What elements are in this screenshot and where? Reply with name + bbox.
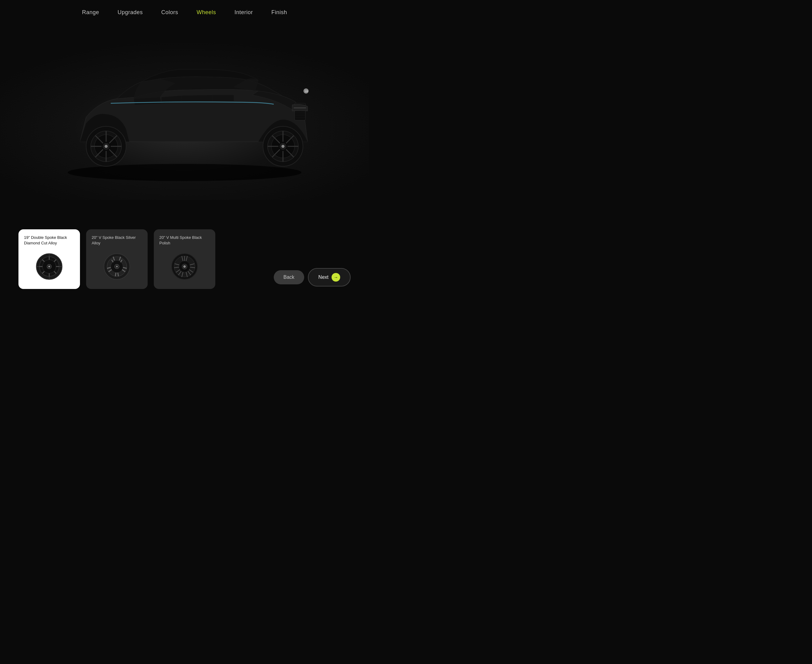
bottom-section: 19" Double Spoke Black Diamond Cut Alloy xyxy=(0,229,369,301)
wheel-options-container: 19" Double Spoke Black Diamond Cut Alloy xyxy=(18,229,215,289)
next-button[interactable]: Next → xyxy=(308,268,351,286)
svg-point-54 xyxy=(104,145,108,148)
nav-item-colors[interactable]: Colors xyxy=(161,9,178,16)
wheel-option-1[interactable]: 19" Double Spoke Black Diamond Cut Alloy xyxy=(18,229,80,289)
nav-item-finish[interactable]: Finish xyxy=(271,9,287,16)
svg-line-79 xyxy=(115,273,116,277)
nav-item-interior[interactable]: Interior xyxy=(234,9,253,16)
wheel-1-label: 19" Double Spoke Black Diamond Cut Alloy xyxy=(24,235,75,246)
next-label: Next xyxy=(318,275,328,280)
svg-line-80 xyxy=(118,273,118,277)
wheel-3-label: 20" V Multi Spoke Black Polish xyxy=(159,235,210,246)
back-button[interactable]: Back xyxy=(274,270,305,284)
nav-item-upgrades[interactable]: Upgrades xyxy=(117,9,143,16)
nav-item-wheels[interactable]: Wheels xyxy=(197,9,216,16)
wheel-option-2[interactable]: 20" V Spoke Black Silver Alloy xyxy=(86,229,148,289)
main-navigation: Range Upgrades Colors Wheels Interior Fi… xyxy=(0,0,369,22)
wheel-1-image xyxy=(24,250,75,283)
wheel-3-image xyxy=(159,250,210,283)
car-display-area: RR xyxy=(0,22,369,200)
svg-point-33 xyxy=(281,145,285,148)
svg-point-0 xyxy=(68,164,302,181)
svg-text:RR: RR xyxy=(305,90,308,93)
arrow-right-icon: → xyxy=(331,273,340,282)
navigation-buttons: Back Next → xyxy=(274,268,351,286)
wheel-2-image xyxy=(92,250,142,283)
nav-item-range[interactable]: Range xyxy=(82,9,99,16)
svg-point-104 xyxy=(183,265,186,268)
wheel-2-label: 20" V Spoke Black Silver Alloy xyxy=(92,235,142,246)
car-image: RR xyxy=(49,37,320,185)
svg-point-67 xyxy=(48,265,50,267)
svg-point-86 xyxy=(116,265,118,267)
wheel-option-3[interactable]: 20" V Multi Spoke Black Polish xyxy=(154,229,215,289)
